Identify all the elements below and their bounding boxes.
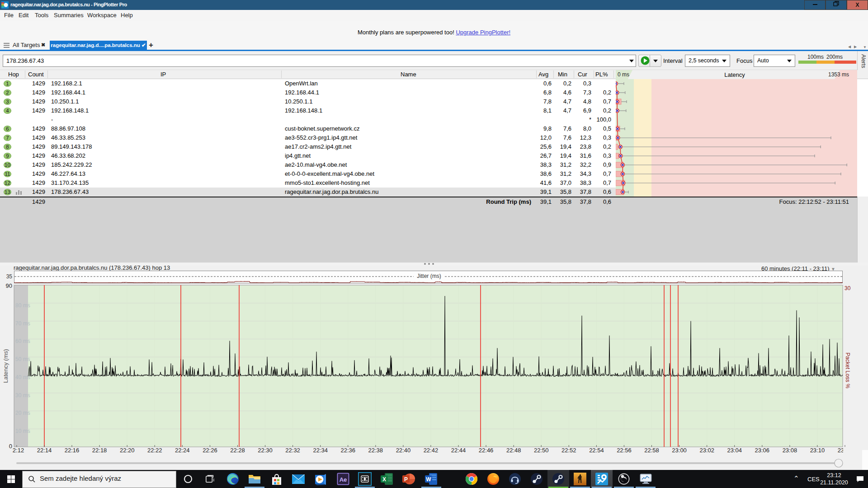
svg-text:Jitter (ms): Jitter (ms) xyxy=(417,273,441,279)
svg-text:30 ms: 30 ms xyxy=(15,392,30,399)
svg-text:22:48: 22:48 xyxy=(506,447,521,454)
svg-text:23:08: 23:08 xyxy=(783,447,797,454)
svg-text:22:18: 22:18 xyxy=(92,447,107,454)
svg-text:0 ms: 0 ms xyxy=(618,71,629,78)
svg-text:35: 35 xyxy=(6,273,13,280)
svg-text:22:42: 22:42 xyxy=(424,447,439,454)
svg-text:22:54: 22:54 xyxy=(589,447,604,454)
svg-text:22:46: 22:46 xyxy=(479,447,494,454)
svg-text:22:32: 22:32 xyxy=(285,447,300,454)
svg-text:22:56: 22:56 xyxy=(617,447,632,454)
svg-text:22:40: 22:40 xyxy=(396,447,411,454)
svg-text:22:58: 22:58 xyxy=(644,447,659,454)
svg-text:22:36: 22:36 xyxy=(340,447,355,454)
svg-text:50 ms: 50 ms xyxy=(15,356,30,362)
svg-text:40 ms: 40 ms xyxy=(15,374,30,380)
svg-text:W: W xyxy=(426,476,431,483)
svg-text:22:28: 22:28 xyxy=(230,447,245,454)
svg-text:10 ms: 10 ms xyxy=(15,428,30,434)
svg-text:P: P xyxy=(404,476,408,483)
svg-text:22:24: 22:24 xyxy=(175,447,190,454)
svg-text:22:50: 22:50 xyxy=(534,447,549,454)
svg-text:23:06: 23:06 xyxy=(755,447,770,454)
svg-text:Latency (ms): Latency (ms) xyxy=(2,349,9,383)
svg-text:70 ms: 70 ms xyxy=(15,320,30,327)
svg-text:22:44: 22:44 xyxy=(451,447,466,454)
svg-text:22:22: 22:22 xyxy=(147,447,162,454)
svg-text:30: 30 xyxy=(844,285,851,291)
svg-text:22:20: 22:20 xyxy=(120,447,135,454)
svg-text:X: X xyxy=(382,476,386,483)
svg-text:80 ms: 80 ms xyxy=(15,302,30,309)
svg-text:2:12: 2:12 xyxy=(13,447,24,454)
svg-text:22:14: 22:14 xyxy=(37,447,52,454)
svg-text:22:26: 22:26 xyxy=(203,447,217,454)
svg-text:60 ms: 60 ms xyxy=(15,338,30,344)
svg-text:90: 90 xyxy=(6,282,12,289)
svg-text:Latency: Latency xyxy=(724,71,745,78)
svg-text:20 ms: 20 ms xyxy=(15,410,30,416)
svg-text:Packet Loss %: Packet Loss % xyxy=(844,352,851,389)
svg-text:22:16: 22:16 xyxy=(65,447,80,454)
svg-text:1353 ms: 1353 ms xyxy=(828,71,849,78)
svg-text:23:02: 23:02 xyxy=(699,447,714,454)
svg-text:22:38: 22:38 xyxy=(368,447,383,454)
svg-text:0: 0 xyxy=(9,443,12,450)
svg-text:23:10: 23:10 xyxy=(810,447,825,454)
svg-text:22:30: 22:30 xyxy=(258,447,273,454)
svg-text:Ae: Ae xyxy=(340,476,347,483)
svg-text:23:00: 23:00 xyxy=(672,447,687,454)
svg-text:23:04: 23:04 xyxy=(727,447,742,454)
svg-text:22:52: 22:52 xyxy=(561,447,576,454)
svg-text:22:34: 22:34 xyxy=(313,447,328,454)
